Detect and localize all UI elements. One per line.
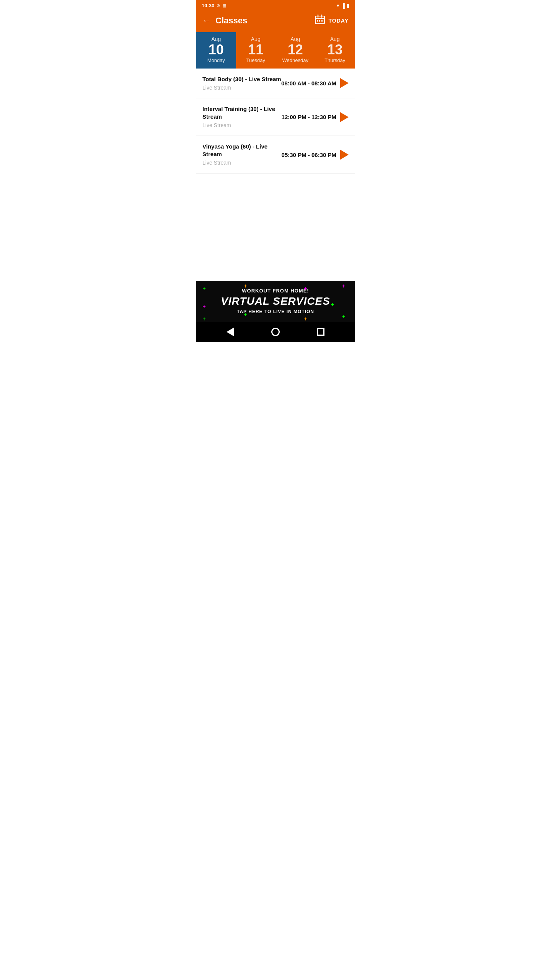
date-item-aug13[interactable]: Aug 13 Thursday [315, 32, 355, 69]
class-name-0: Total Body (30) - Live Stream [202, 75, 281, 83]
date-num-2: 12 [288, 42, 303, 57]
class-name-2: Vinyasa Yoga (60) - Live Stream [202, 143, 282, 158]
plus-decoration-9: + [342, 314, 345, 320]
class-item-2[interactable]: Vinyasa Yoga (60) - Live Stream Live Str… [196, 136, 355, 173]
play-button-0[interactable] [340, 78, 349, 88]
status-bar-left: 10:30 ⊙ ▦ [202, 3, 226, 8]
status-time: 10:30 [202, 3, 214, 8]
date-num-1: 11 [248, 42, 263, 57]
class-location-0: Live Stream [202, 84, 281, 91]
class-name-1: Interval Training (30) - Live Stream [202, 105, 282, 120]
plus-decoration-7: + [304, 316, 307, 322]
svg-rect-5 [319, 20, 320, 21]
date-item-aug11[interactable]: Aug 11 Tuesday [236, 32, 276, 69]
status-icon-1: ⊙ [217, 3, 220, 8]
svg-rect-9 [321, 21, 323, 22]
date-weekday-1: Tuesday [246, 57, 265, 63]
date-month-2: Aug [290, 36, 300, 42]
status-bar-right: ▾ ▐ ▮ [337, 3, 349, 8]
spacer [196, 174, 355, 281]
virtual-services-banner[interactable]: ++++++++++ WORKOUT FROM HOME! VIRTUAL SE… [196, 281, 355, 322]
play-button-2[interactable] [340, 150, 349, 160]
svg-rect-6 [321, 20, 323, 21]
banner-main-text: VIRTUAL SERVICES [202, 296, 349, 307]
class-info-1: Interval Training (30) - Live Stream Liv… [202, 105, 282, 129]
banner-top-text: WORKOUT FROM HOME! [202, 288, 349, 294]
date-strip: Aug 10 Monday Aug 11 Tuesday Aug 12 Wedn… [196, 32, 355, 69]
class-item-0[interactable]: Total Body (30) - Live Stream Live Strea… [196, 69, 355, 99]
status-bar: 10:30 ⊙ ▦ ▾ ▐ ▮ [196, 0, 355, 11]
header-right: TODAY [315, 15, 349, 27]
wifi-icon: ▾ [337, 3, 339, 8]
date-month-3: Aug [330, 36, 340, 42]
class-item-1[interactable]: Interval Training (30) - Live Stream Liv… [196, 98, 355, 136]
nav-recent-button[interactable] [317, 328, 324, 336]
class-info-0: Total Body (30) - Live Stream Live Strea… [202, 75, 281, 91]
page-title: Classes [215, 16, 247, 26]
class-location-2: Live Stream [202, 159, 282, 166]
svg-rect-8 [319, 21, 320, 22]
signal-icon: ▐ [341, 3, 345, 8]
nav-home-button[interactable] [271, 328, 280, 336]
class-info-2: Vinyasa Yoga (60) - Live Stream Live Str… [202, 143, 282, 166]
date-num-0: 10 [209, 42, 224, 57]
header: ← Classes TODAY [196, 11, 355, 32]
svg-rect-7 [317, 21, 318, 22]
play-button-1[interactable] [340, 112, 349, 122]
class-time-1: 12:00 PM - 12:30 PM [282, 114, 336, 120]
calendar-icon[interactable] [315, 15, 325, 27]
bottom-nav [196, 322, 355, 342]
today-button[interactable]: TODAY [329, 18, 349, 24]
banner-bottom-text: TAP HERE TO LIVE IN MOTION [202, 309, 349, 314]
class-location-1: Live Stream [202, 122, 282, 129]
battery-icon: ▮ [347, 3, 349, 8]
date-item-aug12[interactable]: Aug 12 Wednesday [276, 32, 315, 69]
svg-rect-4 [317, 20, 318, 21]
status-icon-2: ▦ [222, 3, 226, 8]
date-num-3: 13 [327, 42, 342, 57]
date-month-1: Aug [251, 36, 261, 42]
class-time-2: 05:30 PM - 06:30 PM [282, 152, 336, 158]
class-list: Total Body (30) - Live Stream Live Strea… [196, 69, 355, 174]
nav-back-button[interactable] [227, 327, 234, 336]
header-left: ← Classes [202, 16, 247, 26]
date-weekday-3: Thursday [324, 57, 345, 63]
date-weekday-2: Wednesday [282, 57, 308, 63]
date-month-0: Aug [211, 36, 221, 42]
date-weekday-0: Monday [207, 57, 225, 63]
class-time-0: 08:00 AM - 08:30 AM [281, 80, 336, 87]
back-button[interactable]: ← [202, 16, 211, 26]
plus-decoration-2: + [203, 316, 206, 322]
date-item-aug10[interactable]: Aug 10 Monday [196, 32, 236, 69]
